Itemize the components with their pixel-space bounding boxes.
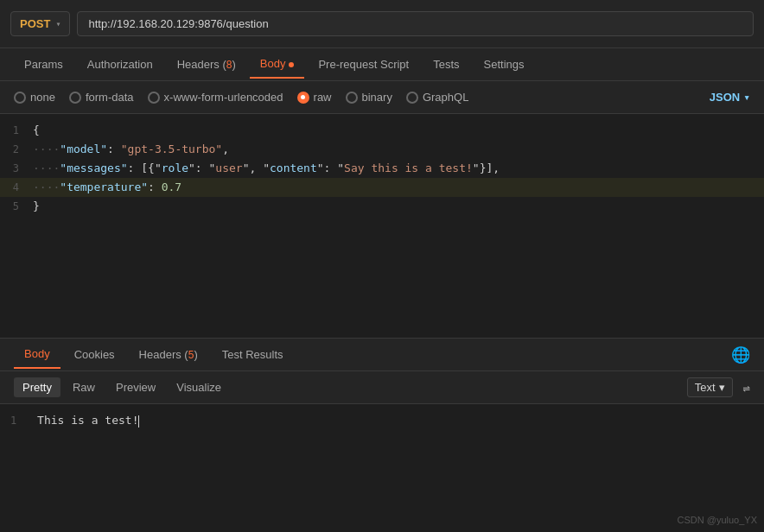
tab-pre-request[interactable]: Pre-request Script (308, 51, 419, 78)
format-dropdown[interactable]: JSON ▾ (710, 91, 750, 104)
radio-none[interactable]: none (14, 91, 55, 104)
radio-circle-graphql (406, 92, 418, 104)
bottom-tab-cookies[interactable]: Cookies (64, 341, 125, 368)
bottom-right-actions: 🌐 (731, 345, 750, 364)
radio-form-data[interactable]: form-data (69, 91, 134, 104)
view-preview[interactable]: Preview (107, 377, 164, 397)
view-raw[interactable]: Raw (64, 377, 104, 397)
format-chevron-icon: ▾ (743, 91, 750, 104)
tab-body[interactable]: Body (250, 50, 305, 79)
method-selector[interactable]: POST ▾ (10, 11, 70, 36)
method-label: POST (20, 17, 50, 30)
radio-raw[interactable]: raw (297, 91, 332, 104)
radio-circle-none (14, 92, 26, 104)
text-cursor (138, 415, 139, 428)
body-dot (289, 62, 294, 67)
wrap-icon[interactable]: ⇌ (743, 381, 750, 395)
radio-binary[interactable]: binary (346, 91, 392, 104)
tab-headers[interactable]: Headers (8) (167, 51, 246, 78)
bottom-panel: Body Cookies Headers (5) Test Results 🌐 … (0, 339, 764, 477)
editor-line-1: 1 { (0, 121, 764, 140)
response-content: 1 This is a test! (0, 404, 764, 437)
bottom-tab-test-results[interactable]: Test Results (212, 341, 294, 368)
view-pretty[interactable]: Pretty (14, 377, 60, 397)
response-line-number: 1 (10, 415, 16, 427)
editor-line-3: 3 ····"messages": [{"role": "user", "con… (0, 159, 764, 178)
radio-circle-raw (297, 92, 309, 104)
bottom-tab-bar: Body Cookies Headers (5) Test Results 🌐 (0, 339, 764, 371)
bottom-toolbar: Pretty Raw Preview Visualize Text ▾ ⇌ (0, 371, 764, 404)
tab-settings[interactable]: Settings (474, 51, 535, 78)
text-chevron-icon: ▾ (719, 381, 725, 394)
radio-circle-binary (346, 92, 358, 104)
editor-line-4: 4 ····"temperature": 0.7 (0, 178, 764, 197)
tab-authorization[interactable]: Authorization (77, 51, 163, 78)
view-visualize[interactable]: Visualize (168, 377, 230, 397)
radio-graphql[interactable]: GraphQL (406, 91, 468, 104)
radio-circle-form-data (69, 92, 81, 104)
editor-line-5: 5 } (0, 197, 764, 216)
url-input[interactable] (77, 11, 754, 36)
radio-circle-urlencoded (148, 92, 160, 104)
tab-params[interactable]: Params (14, 51, 73, 78)
watermark: CSDN @yuluo_YX (678, 515, 757, 525)
editor-line-2: 2 ····"model": "gpt-3.5-turbo", (0, 140, 764, 159)
editor-area[interactable]: 1 { 2 ····"model": "gpt-3.5-turbo", 3 ··… (0, 114, 764, 339)
tab-tests[interactable]: Tests (423, 51, 469, 78)
response-format-dropdown[interactable]: Text ▾ (687, 377, 733, 397)
url-bar: POST ▾ (0, 0, 764, 48)
chevron-down-icon: ▾ (55, 19, 60, 28)
bottom-tab-headers[interactable]: Headers (5) (129, 341, 208, 368)
request-tab-bar: Params Authorization Headers (8) Body Pr… (0, 48, 764, 81)
globe-icon[interactable]: 🌐 (731, 345, 750, 364)
bottom-tab-body[interactable]: Body (14, 340, 60, 369)
radio-urlencoded[interactable]: x-www-form-urlencoded (148, 91, 283, 104)
body-type-bar: none form-data x-www-form-urlencoded raw… (0, 81, 764, 114)
